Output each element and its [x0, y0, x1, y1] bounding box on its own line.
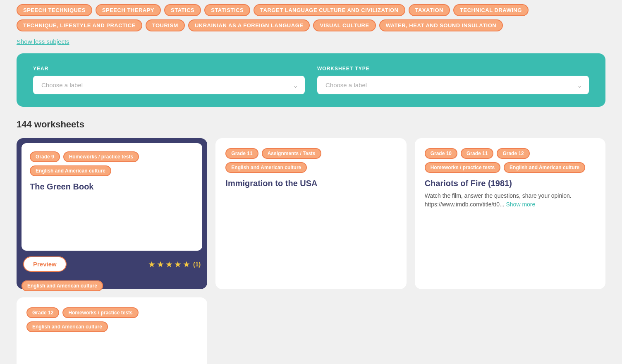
worksheet-card[interactable]: Grade 10Grade 11Grade 12Homeworks / prac… — [415, 138, 605, 289]
subject-tag[interactable]: SPEECH THERAPY — [96, 4, 161, 16]
card-tag[interactable]: Grade 12 — [497, 148, 529, 159]
show-less-link[interactable]: Show less subjects — [17, 38, 69, 45]
worksheets-count: 144 worksheets — [17, 119, 605, 130]
star-icon: ★ — [165, 259, 173, 269]
subject-tag[interactable]: TECHNIQUE, LIFESTYLE AND PRACTICE — [17, 19, 142, 31]
stars-row: ★★★★★(1) — [148, 259, 201, 269]
worksheet-card[interactable]: Grade 12Homeworks / practice testsEnglis… — [17, 297, 207, 364]
subject-tag[interactable]: STATISTICS — [204, 4, 250, 16]
worksheet-card[interactable]: Grade 9Homeworks / practice testsEnglish… — [17, 138, 207, 289]
subject-tag[interactable]: TARGET LANGUAGE CULTURE AND CIVILIZATION — [254, 4, 405, 16]
card-inner: Grade 9Homeworks / practice testsEnglish… — [22, 143, 202, 251]
page-wrapper: SPEECH TECHNIQUESSPEECH THERAPYSTATICSST… — [0, 0, 622, 364]
show-more-link[interactable]: Show more — [505, 201, 536, 208]
card-title: The Green Book — [30, 182, 194, 192]
card-tag[interactable]: Homeworks / practice tests — [425, 162, 500, 173]
card-bottom-tag[interactable]: English and American culture — [22, 280, 103, 291]
year-label: YEAR — [33, 66, 305, 72]
card-tag[interactable]: Grade 9 — [30, 151, 60, 162]
subject-tag[interactable]: TECHNICAL DRAWING — [453, 4, 529, 16]
subject-tag[interactable]: WATER, HEAT AND SOUND INSULATION — [379, 19, 503, 31]
worksheet-card[interactable]: Grade 11Assignments / TestsEnglish and A… — [215, 138, 406, 289]
card-footer: Preview★★★★★(1) — [17, 251, 207, 278]
card-tags: Grade 12Homeworks / practice testsEnglis… — [26, 307, 197, 332]
card-tag[interactable]: Grade 10 — [425, 148, 457, 159]
subject-tag[interactable]: VISUAL CULTURE — [313, 19, 376, 31]
rating-count: (1) — [193, 261, 201, 268]
card-tag[interactable]: Homeworks / practice tests — [63, 151, 139, 162]
card-tags: Grade 10Grade 11Grade 12Homeworks / prac… — [425, 148, 596, 173]
card-tag[interactable]: Grade 11 — [461, 148, 493, 159]
worksheet-type-select-wrapper: Choose a label ⌄ — [317, 76, 589, 94]
star-icon: ★ — [157, 259, 164, 269]
preview-button[interactable]: Preview — [23, 256, 67, 272]
card-tag[interactable]: English and American culture — [504, 162, 585, 173]
filter-bar: YEAR Choose a label ⌄ WORKSHEET TYPE Cho… — [17, 53, 605, 107]
worksheets-grid: Grade 9Homeworks / practice testsEnglish… — [17, 138, 605, 364]
subject-tag[interactable]: TOURISM — [146, 19, 185, 31]
star-icon: ★ — [183, 259, 190, 269]
card-title: Immigration to the USA — [225, 179, 396, 188]
subject-tag[interactable]: TAXATION — [409, 4, 450, 16]
card-tag[interactable]: Grade 12 — [26, 307, 59, 318]
card-tag[interactable]: English and American culture — [225, 162, 307, 173]
card-tag[interactable]: English and American culture — [26, 321, 108, 332]
card-title: Chariots of Fire (1981) — [425, 179, 596, 188]
star-icon: ★ — [174, 259, 182, 269]
card-tags: Grade 11Assignments / TestsEnglish and A… — [225, 148, 396, 173]
star-icon: ★ — [148, 259, 156, 269]
card-tag[interactable]: Homeworks / practice tests — [62, 307, 138, 318]
subject-tag[interactable]: STATICS — [164, 4, 201, 16]
card-tag[interactable]: Assignments / Tests — [262, 148, 321, 159]
card-tag[interactable]: Grade 11 — [225, 148, 258, 159]
card-tag[interactable]: English and American culture — [30, 165, 111, 176]
subject-tag[interactable]: UKRAINIAN AS A FOREIGN LANGUAGE — [188, 19, 310, 31]
year-select[interactable]: Choose a label — [33, 76, 305, 94]
worksheet-type-filter-group: WORKSHEET TYPE Choose a label ⌄ — [317, 66, 589, 94]
worksheet-type-label: WORKSHEET TYPE — [317, 66, 589, 72]
card-tags: Grade 9Homeworks / practice testsEnglish… — [30, 151, 194, 176]
card-description: Watch the film, answer the questions, sh… — [425, 192, 596, 209]
subjects-row: SPEECH TECHNIQUESSPEECH THERAPYSTATICSST… — [17, 4, 605, 31]
year-select-wrapper: Choose a label ⌄ — [33, 76, 305, 94]
card-bottom-tag-wrapper: English and American culture — [17, 278, 207, 289]
year-filter-group: YEAR Choose a label ⌄ — [33, 66, 305, 94]
worksheet-type-select[interactable]: Choose a label — [317, 76, 589, 94]
subject-tag[interactable]: SPEECH TECHNIQUES — [17, 4, 92, 16]
